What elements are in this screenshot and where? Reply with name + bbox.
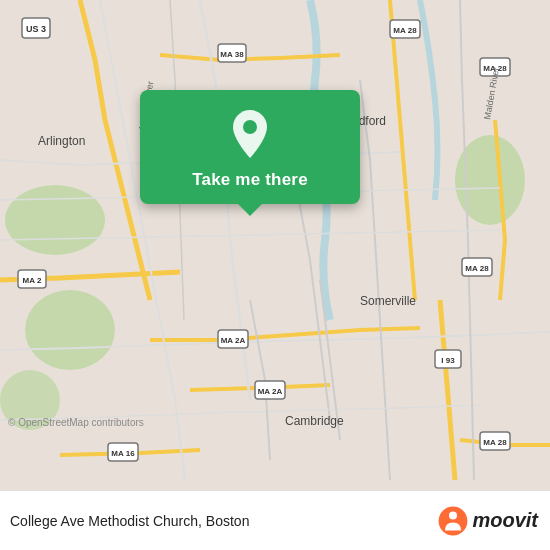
svg-point-34: [243, 120, 257, 134]
copyright-text: © OpenStreetMap contributors: [8, 417, 144, 428]
svg-point-36: [449, 511, 457, 519]
svg-text:MA 28: MA 28: [483, 438, 507, 447]
svg-text:MA 28: MA 28: [465, 264, 489, 273]
place-name: College Ave Methodist Church, Boston: [10, 513, 249, 529]
bottom-bar: College Ave Methodist Church, Boston moo…: [0, 490, 550, 550]
svg-point-1: [5, 185, 105, 255]
svg-text:MA 38: MA 38: [220, 50, 244, 59]
svg-text:I 93: I 93: [441, 356, 455, 365]
location-pin-icon: [224, 108, 276, 160]
svg-text:Somerville: Somerville: [360, 294, 416, 308]
svg-text:MA 2A: MA 2A: [221, 336, 246, 345]
svg-text:MA 2A: MA 2A: [258, 387, 283, 396]
svg-point-2: [25, 290, 115, 370]
svg-text:Cambridge: Cambridge: [285, 414, 344, 428]
moovit-brand-icon: [437, 505, 469, 537]
moovit-text: moovit: [472, 509, 538, 532]
svg-text:MA 2: MA 2: [23, 276, 42, 285]
svg-text:MA 16: MA 16: [111, 449, 135, 458]
popup-card[interactable]: Take me there: [140, 90, 360, 204]
popup-label: Take me there: [192, 170, 308, 190]
svg-text:US 3: US 3: [26, 24, 46, 34]
svg-text:Arlington: Arlington: [38, 134, 85, 148]
map-container: US 3 MA 38 MA 28 MA 28 MA 2 MA 28 MA 2A …: [0, 0, 550, 490]
moovit-logo: moovit: [437, 505, 538, 537]
svg-point-35: [439, 506, 468, 535]
place-info: College Ave Methodist Church, Boston: [10, 513, 249, 529]
svg-text:MA 28: MA 28: [393, 26, 417, 35]
